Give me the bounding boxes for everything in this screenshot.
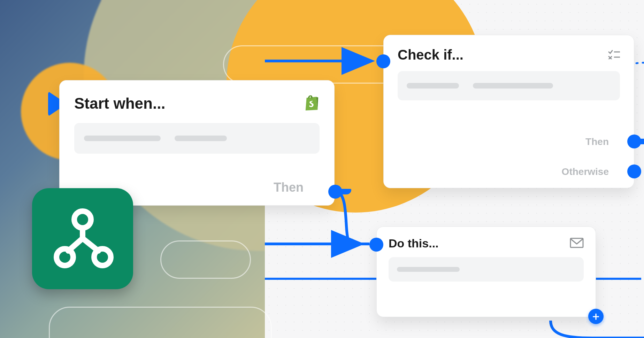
condition-output-then-label: Then bbox=[585, 136, 609, 147]
flow-branch-icon bbox=[49, 205, 116, 272]
decorative-outline bbox=[49, 307, 272, 338]
plus-icon: ＋ bbox=[590, 309, 601, 324]
trigger-node-card[interactable]: Start when... Then bbox=[59, 80, 335, 206]
condition-node-title: Check if... bbox=[398, 47, 463, 63]
condition-output-otherwise-label: Otherwise bbox=[562, 166, 609, 177]
trigger-node-title: Start when... bbox=[74, 95, 166, 112]
shopify-bag-icon bbox=[304, 94, 320, 113]
condition-output-then-port[interactable] bbox=[627, 135, 641, 148]
trigger-output-then-port[interactable] bbox=[328, 185, 342, 199]
trigger-config-placeholder[interactable] bbox=[74, 123, 320, 154]
checklist-icon bbox=[608, 49, 620, 61]
workflow-canvas: Start when... Then Check if... bbox=[0, 0, 644, 338]
decorative-outline bbox=[160, 240, 251, 279]
action-node-title: Do this... bbox=[389, 237, 439, 250]
add-step-button[interactable]: ＋ bbox=[588, 309, 604, 324]
condition-input-port[interactable] bbox=[376, 54, 390, 68]
action-config-placeholder[interactable] bbox=[389, 257, 584, 282]
condition-node-card[interactable]: Check if... Then Otherwise bbox=[383, 35, 634, 188]
flow-app-tile bbox=[32, 188, 133, 289]
action-input-port[interactable] bbox=[369, 238, 383, 252]
trigger-output-then-label: Then bbox=[274, 180, 304, 195]
condition-output-otherwise-port[interactable] bbox=[627, 164, 641, 178]
mail-icon bbox=[570, 238, 584, 249]
condition-config-placeholder[interactable] bbox=[398, 71, 620, 100]
action-node-card[interactable]: Do this... bbox=[376, 226, 596, 317]
